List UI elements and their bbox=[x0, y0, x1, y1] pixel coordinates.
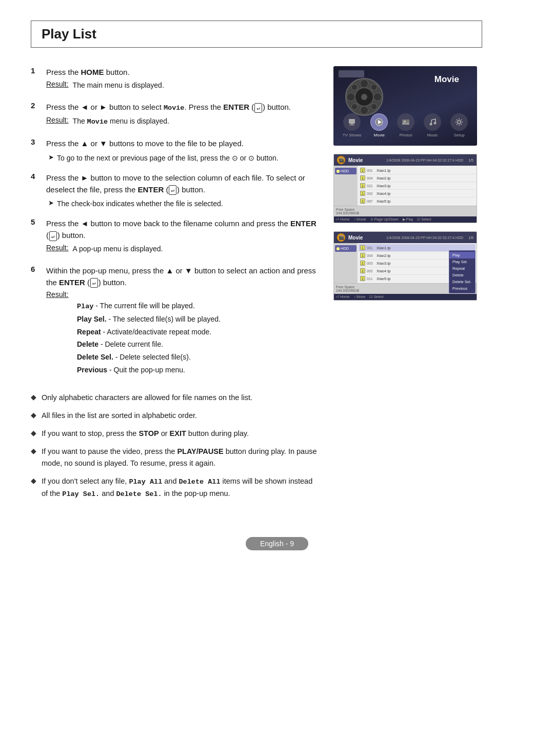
step-3: 3 Press the ▲ or ▼ buttons to move to th… bbox=[31, 137, 318, 163]
step-3-text: Press the ▲ or ▼ buttons to move to the … bbox=[46, 137, 318, 149]
step-2-result: Result: The Movie menu is displayed. bbox=[46, 116, 318, 127]
svg-point-8 bbox=[371, 84, 377, 90]
step-6-content: Within the pop-up menu, press the ▲ or ▼… bbox=[46, 265, 318, 377]
ss2-filename-1: Xiao1.tp bbox=[377, 168, 474, 173]
step-1-result-label: Result: bbox=[46, 80, 69, 91]
step-2-content: Press the ◄ or ► button to select Movie.… bbox=[46, 101, 318, 129]
ss3-body: HDD 1 001 Xiao1.tp 1 004 Xiao2.tp bbox=[334, 243, 477, 283]
ss3-popup-play: Play bbox=[449, 252, 475, 258]
ss1-photos-label: Photos bbox=[400, 133, 412, 137]
ss3-hdd-item: HDD bbox=[335, 245, 357, 252]
ss2-sidebar: HDD bbox=[334, 166, 358, 206]
ss2-filename-3: Xiao3.tp bbox=[377, 184, 474, 188]
step-3-subnote: ➤ To go to the next or previous page of … bbox=[48, 153, 318, 164]
ss2-footer-home: ⏎ Home bbox=[336, 217, 350, 222]
bullet-5-text: If you don't select any file, Play All a… bbox=[42, 475, 318, 500]
step-4-content: Press the ► button to move to the select… bbox=[46, 172, 318, 210]
step-4-subnote-text: The check-box indicates whether the file… bbox=[57, 198, 223, 209]
step-2-result-text: The Movie menu is displayed. bbox=[73, 116, 169, 127]
main-content: 1 Press the HOME button. Result: The mai… bbox=[31, 66, 523, 506]
ss3-header-title: Movie bbox=[348, 235, 363, 241]
ss2-hdd-item: HDD bbox=[335, 168, 357, 174]
step-6-result-label-line: Result: bbox=[46, 290, 318, 299]
svg-point-10 bbox=[371, 104, 377, 110]
screenshots-column: Movie bbox=[333, 66, 482, 506]
ss1-tvshows-icon bbox=[343, 113, 361, 131]
ss3-filename-1: Xiao1.tp bbox=[377, 246, 474, 250]
ss2-checkbox-5: 1 bbox=[360, 198, 365, 204]
step-5: 5 Press the ◄ button to move back to the… bbox=[31, 217, 318, 256]
step-6-result-label: Result: bbox=[46, 290, 69, 299]
ss2-footer-movie: ↕ Movie bbox=[354, 217, 366, 222]
step-6-text: Within the pop-up menu, press the ▲ or ▼… bbox=[46, 265, 318, 289]
ss3-header-icon: 🎬 bbox=[337, 233, 345, 242]
ss3-popup-delete: Delete bbox=[449, 272, 475, 278]
svg-point-5 bbox=[347, 93, 355, 101]
step-2-result-label: Result: bbox=[46, 116, 69, 127]
ss3-freespace-value: 244.93/296GB bbox=[336, 289, 359, 292]
ss3-header-info: 1/4/2008 2008-04-23 PP:HH 04:32 02:27:4 … bbox=[386, 236, 463, 240]
step-1-result-text: The main menu is displayed. bbox=[73, 80, 164, 91]
ss2-header-title: Movie bbox=[348, 157, 363, 163]
ss3-popup-repeat: Repeat bbox=[449, 265, 475, 272]
ss1-nav-photos: Photos bbox=[397, 113, 414, 137]
step-3-subnote-text: To go to the next or previous page of th… bbox=[57, 153, 279, 164]
diamond-icon-1: ◆ bbox=[31, 393, 36, 401]
step-5-result: Result: A pop-up menu is displayed. bbox=[46, 244, 318, 254]
ss2-filenum-2: 004 bbox=[367, 176, 375, 180]
svg-rect-12 bbox=[350, 124, 353, 125]
step-5-number: 5 bbox=[31, 217, 40, 256]
step-4-subnote: ➤ The check-box indicates whether the fi… bbox=[48, 198, 318, 209]
ss2-filename-5: Xiao5.tp bbox=[377, 199, 474, 204]
step-4-text: Press the ► button to move to the select… bbox=[46, 172, 318, 196]
ss2-freespace: Free Space 244.93/296GB bbox=[334, 206, 477, 216]
ss1-nav-movie: Movie bbox=[370, 113, 388, 137]
step-6: 6 Within the pop-up menu, press the ▲ or… bbox=[31, 265, 318, 377]
svg-point-3 bbox=[360, 79, 368, 88]
diamond-icon-2: ◆ bbox=[31, 411, 36, 419]
step-4-number: 4 bbox=[31, 172, 40, 210]
ss2-footer: ⏎ Home ↕ Movie ⊙ Page Up/Down ▶ Play ☑ S… bbox=[334, 216, 477, 223]
ss3-footer-home: ⏎ Home bbox=[336, 295, 350, 299]
step-1: 1 Press the HOME button. Result: The mai… bbox=[31, 66, 318, 93]
ss3-checkbox-3: 1 bbox=[360, 261, 365, 266]
bullet-3: ◆ If you want to stop, press the STOP or… bbox=[31, 428, 318, 440]
ss3-footer-select: ☑ Select bbox=[369, 295, 383, 299]
ss2-checkbox-3: 1 bbox=[360, 183, 365, 188]
ss2-hdd-dot bbox=[337, 170, 340, 173]
svg-point-6 bbox=[373, 93, 382, 101]
ss3-hdd-dot bbox=[337, 247, 340, 250]
ss3-popup-delete-sel: Delete Sel. bbox=[449, 278, 475, 285]
bullet-4: ◆ If you want to pause the video, press … bbox=[31, 446, 318, 469]
ss3-popup-menu: Play Play Sel. Repeat Delete Delete Sel.… bbox=[449, 250, 476, 293]
diamond-icon-5: ◆ bbox=[31, 476, 36, 485]
step-3-number: 3 bbox=[31, 137, 40, 163]
step-2-text: Press the ◄ or ► button to select Movie.… bbox=[46, 101, 318, 114]
step-5-content: Press the ◄ button to move back to the f… bbox=[46, 217, 318, 256]
ss3-filenum-5: 011 bbox=[367, 277, 375, 281]
bullet-3-text: If you want to stop, press the STOP or E… bbox=[42, 428, 318, 440]
ss3-checkbox-1: 1 bbox=[360, 245, 365, 250]
diamond-icon-3: ◆ bbox=[31, 429, 36, 437]
result-play-sel: Play Sel. - The selected file(s) will be… bbox=[77, 314, 318, 325]
result-delete: Delete - Delete current file. bbox=[77, 339, 318, 350]
screenshot-3: 🎬 Movie 1/4/2008 2008-04-23 PP:HH 04:32 … bbox=[333, 231, 477, 301]
step-6-number: 6 bbox=[31, 265, 40, 377]
ss2-filenum-4: 002 bbox=[367, 192, 375, 195]
ss3-popup-previous: Previous bbox=[449, 285, 475, 292]
step-5-result-text: A pop-up menu is displayed. bbox=[73, 244, 163, 254]
instructions-column: 1 Press the HOME button. Result: The mai… bbox=[31, 66, 318, 506]
filmreel-icon bbox=[344, 76, 385, 117]
ss3-checkbox-2: 1 bbox=[360, 253, 365, 258]
svg-point-19 bbox=[434, 122, 437, 125]
bullet-1-text: Only alphabetic characters are allowed f… bbox=[42, 392, 318, 404]
step-5-result-label: Result: bbox=[46, 244, 69, 254]
ss1-music-icon bbox=[424, 113, 441, 131]
footer-badge: English - 9 bbox=[246, 537, 308, 550]
ss2-filenum-5: 087 bbox=[367, 200, 375, 203]
ss2-body: HDD 1 001 Xiao1.tp 1 004 Xiao2.tp bbox=[334, 166, 477, 206]
bullet-4-text: If you want to pause the video, press th… bbox=[42, 446, 318, 469]
bullet-2-text: All files in the list are sorted in alph… bbox=[42, 410, 318, 422]
ss3-header: 🎬 Movie 1/4/2008 2008-04-23 PP:HH 04:32 … bbox=[334, 232, 477, 243]
ss1-music-label: Music bbox=[427, 133, 438, 137]
